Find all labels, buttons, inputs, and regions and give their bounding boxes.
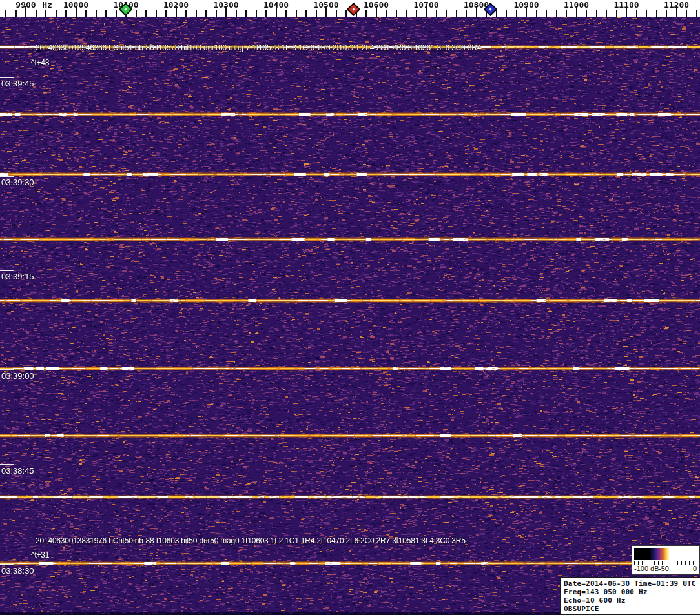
ruler-label: 10300 xyxy=(213,0,238,10)
meteor-echo-app-window: Hz 9900100001010010200103001040010500106… xyxy=(0,0,700,615)
info-line-echo: Echo=10 600 Hz xyxy=(564,596,700,605)
ruler-tick xyxy=(586,10,587,17)
ruler-tick xyxy=(516,10,517,17)
ruler-tick xyxy=(406,10,407,17)
frequency-ruler: Hz 9900100001010010200103001040010500106… xyxy=(0,0,700,17)
ruler-label: 11200 xyxy=(664,0,689,10)
ruler-tick xyxy=(156,10,157,17)
ruler-unit-label: Hz xyxy=(42,0,52,10)
ruler-tick xyxy=(15,10,17,17)
ruler-label: 11000 xyxy=(564,0,589,10)
ruler-tick xyxy=(316,10,317,17)
ruler-tick xyxy=(236,10,237,17)
ruler-tick xyxy=(5,10,6,17)
ruler-tick xyxy=(365,10,367,17)
intensity-scale: -100 dB -50 0 xyxy=(632,545,700,575)
freq-marker-red[interactable] xyxy=(347,3,360,16)
ruler-tick xyxy=(566,10,567,17)
ruler-tick xyxy=(285,10,287,17)
ruler-tick xyxy=(416,10,417,17)
ruler-label: 9900 xyxy=(15,0,36,10)
ruler-tick xyxy=(396,10,397,17)
detection-annotation: 20140630013946366 hCnt51 nb-86 f10578 hi… xyxy=(36,43,481,52)
ruler-tick xyxy=(65,10,67,17)
ruler-tick xyxy=(446,10,447,17)
intensity-scale-labels: -100 dB -50 0 xyxy=(634,565,697,574)
ruler-tick xyxy=(686,10,687,17)
ruler-tick xyxy=(616,10,617,17)
ruler-label: 10500 xyxy=(313,0,338,10)
ruler-tick xyxy=(305,10,307,17)
ruler-tick xyxy=(45,10,46,17)
info-line-freq: Freq=143 050 000 Hz xyxy=(564,588,700,596)
ruler-tick xyxy=(506,10,507,17)
ruler-tick xyxy=(145,10,147,17)
ruler-label: 10700 xyxy=(413,0,438,10)
intensity-gradient-bar xyxy=(634,548,697,560)
ruler-tick xyxy=(436,10,437,17)
scale-label-min: -100 dB xyxy=(634,565,659,572)
ruler-label: 10600 xyxy=(364,0,389,10)
ruler-tick xyxy=(696,10,697,17)
ruler-tick xyxy=(185,10,187,17)
ruler-label: 10000 xyxy=(63,0,88,10)
ruler-tick xyxy=(116,10,117,17)
ruler-tick xyxy=(85,10,87,17)
ruler-tick xyxy=(666,10,667,17)
ruler-tick xyxy=(136,10,137,17)
time-label: 03:39:30 xyxy=(1,177,34,187)
ruler-tick xyxy=(165,10,167,17)
ruler-tick xyxy=(196,10,197,17)
ruler-tick xyxy=(636,10,637,17)
time-label: 03:38:30 xyxy=(1,566,34,576)
ruler-tick xyxy=(496,10,497,17)
ruler-tick xyxy=(646,10,647,17)
ruler-label: 10900 xyxy=(513,0,539,10)
ruler-tick xyxy=(386,10,387,17)
time-offset-annotation: ^t+31 xyxy=(31,550,49,560)
ruler-tick xyxy=(606,10,607,17)
time-offset-annotation: ^t+48 xyxy=(31,58,49,67)
spectrogram-canvas xyxy=(0,17,700,615)
scale-label-mid: -50 xyxy=(659,565,669,572)
ruler-tick xyxy=(105,10,107,17)
ruler-tick xyxy=(546,10,547,17)
ruler-tick xyxy=(265,10,267,17)
info-line-date: Date=2014-06-30 Time=01:39 UTC xyxy=(564,580,700,588)
time-label: 03:39:15 xyxy=(1,272,34,281)
ruler-tick xyxy=(336,10,337,17)
info-line-station: OBSUPICE xyxy=(564,605,700,613)
ruler-tick xyxy=(345,10,347,17)
ruler-tick xyxy=(36,10,37,17)
ruler-label: 11100 xyxy=(613,0,639,10)
detection-annotation: 20140630013831976 hCnt50 nb-88 f10603 hi… xyxy=(36,536,466,545)
time-label: 03:38:45 xyxy=(1,466,34,476)
ruler-tick xyxy=(556,10,557,17)
scale-label-max: 0 xyxy=(693,565,697,572)
status-info-box: Date=2014-06-30 Time=01:39 UTC Freq=143 … xyxy=(560,577,700,615)
ruler-tick xyxy=(296,10,297,17)
ruler-tick xyxy=(216,10,217,17)
ruler-tick xyxy=(656,10,657,17)
time-label: 03:39:45 xyxy=(1,79,34,88)
ruler-tick xyxy=(245,10,247,17)
ruler-tick xyxy=(466,10,467,17)
ruler-label: 10200 xyxy=(163,0,189,10)
ruler-tick xyxy=(56,10,57,17)
time-label: 03:39:00 xyxy=(1,371,34,381)
ruler-tick xyxy=(536,10,537,17)
ruler-tick xyxy=(205,10,207,17)
ruler-tick xyxy=(256,10,257,17)
ruler-tick xyxy=(596,10,597,17)
ruler-tick xyxy=(96,10,97,17)
ruler-label: 10400 xyxy=(263,0,289,10)
ruler-tick xyxy=(456,10,457,17)
